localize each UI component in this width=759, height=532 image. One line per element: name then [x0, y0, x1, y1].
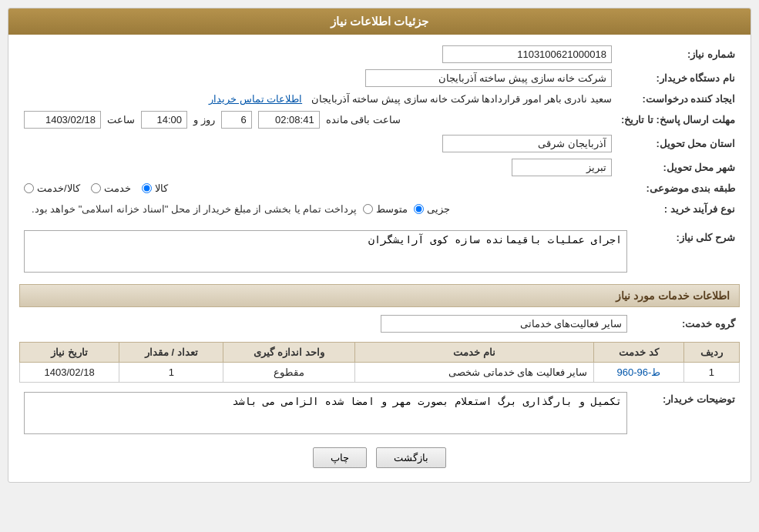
time-value: 14:00: [141, 111, 187, 129]
radio-jazei[interactable]: جزیی: [414, 203, 450, 215]
tabaqebandi-label: طبقه بندی موضوعی:: [616, 179, 740, 197]
services-table: ردیف کد خدمت نام خدمت واحد اندازه گیری ت…: [19, 342, 740, 383]
shahr-value: تبریز: [512, 159, 612, 176]
table-row: 1ط-96-960سایر فعالیت های خدماتی شخصیمقطو…: [20, 363, 740, 383]
date-value: 1403/02/18: [24, 111, 101, 129]
days-label: روز و: [193, 114, 215, 125]
col-radif: ردیف: [683, 343, 739, 363]
radio-khedmat-input[interactable]: [91, 183, 101, 193]
services-header: اطلاعات خدمات مورد نیاز: [19, 284, 740, 307]
chap-button[interactable]: چاپ: [313, 447, 367, 468]
col-tedad: تعداد / مقدار: [119, 343, 223, 363]
contact-link[interactable]: اطلاعات تماس خریدار: [209, 93, 302, 105]
ostan-value: آذربایجان شرقی: [442, 135, 612, 152]
radio-motawaset[interactable]: متوسط: [363, 203, 408, 215]
radio-jazei-label: جزیی: [427, 203, 450, 215]
col-tarikh: تاریخ نیاز: [20, 343, 119, 363]
radio-kala-khedmat[interactable]: کالا/خدمت: [24, 182, 80, 194]
creator-value: سعید نادری باهر امور قراردادها شرکت خانه…: [311, 93, 612, 105]
namedastgah-value: شرکت خانه سازی پیش ساخته آذربایجان: [365, 69, 612, 87]
tosih-textarea[interactable]: [24, 392, 627, 434]
ostan-label: استان محل تحویل:: [616, 132, 740, 156]
shomara-label: شماره نیاز:: [616, 42, 740, 66]
sharh-label: شرح کلی نیاز:: [632, 227, 740, 278]
shomara-value: 1103100621000018: [442, 45, 612, 63]
proc-description: پرداخت تمام یا بخشی از مبلغ خریدار از مح…: [32, 203, 357, 215]
remaining-label: ساعت باقی مانده: [326, 114, 401, 125]
time-label: ساعت: [107, 114, 135, 125]
days-value: 6: [221, 111, 252, 129]
bazgasht-button[interactable]: بازگشت: [376, 447, 446, 468]
grohe-khedmat-value: سایر فعالیت‌های خدماتی: [381, 315, 627, 333]
radio-khedmat-label: خدمت: [104, 182, 131, 194]
radio-kala[interactable]: کالا: [142, 182, 168, 194]
radio-khedmat[interactable]: خدمت: [91, 182, 131, 194]
grohe-khedmat-label: گروه خدمت:: [632, 312, 740, 336]
radio-motawaset-input[interactable]: [363, 204, 373, 214]
radio-kala-input[interactable]: [142, 183, 152, 193]
sharh-textarea[interactable]: [24, 230, 627, 273]
radio-motawaset-label: متوسط: [376, 203, 408, 215]
creator-label: ایجاد کننده درخواست:: [616, 90, 740, 108]
radio-jazei-input[interactable]: [414, 204, 424, 214]
counter-value: 02:08:41: [258, 111, 320, 129]
shahr-label: شهر محل تحویل:: [616, 156, 740, 179]
namedastgah-label: نام دستگاه خریدار:: [616, 66, 740, 90]
tosih-label: توضیحات خریدار:: [632, 389, 740, 440]
col-vahed: واحد اندازه گیری: [223, 343, 354, 363]
radio-kala-label: کالا: [155, 182, 168, 194]
radio-kala-khedmat-input[interactable]: [24, 183, 34, 193]
noe-farayand-label: نوع فرآیند خرید :: [616, 197, 740, 221]
col-name: نام خدمت: [354, 343, 594, 363]
radio-kala-khedmat-label: کالا/خدمت: [37, 182, 80, 194]
page-title: جزئیات اطلاعات نیاز: [8, 8, 751, 35]
button-row: بازگشت چاپ: [19, 447, 740, 474]
col-kod: کد خدمت: [594, 343, 683, 363]
deadline-label: مهلت ارسال پاسخ: تا تاریخ:: [616, 108, 740, 132]
